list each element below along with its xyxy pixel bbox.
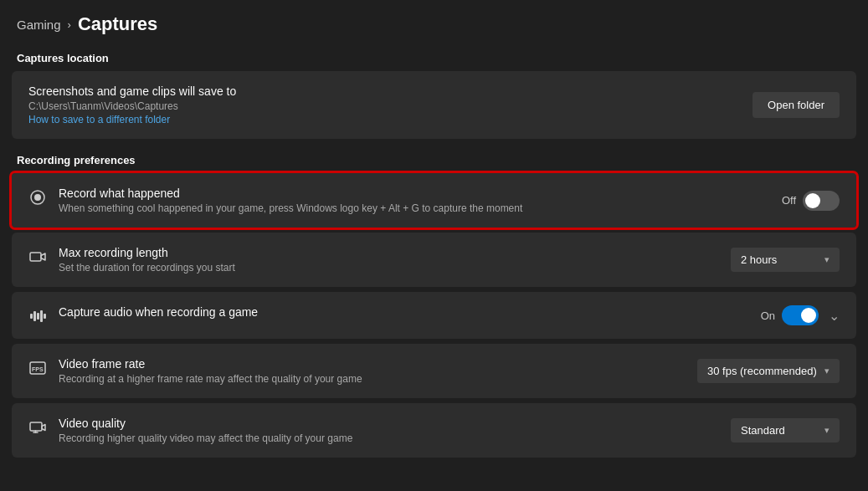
svg-rect-2 — [30, 253, 41, 261]
max-recording-length-dropdown-value: 2 hours — [741, 253, 777, 266]
capture-audio-info: Capture audio when recording a game — [28, 305, 258, 325]
video-frame-rate-control: 30 fps (recommended) ▾ — [697, 359, 840, 383]
record-what-happened-subtitle: When something cool happened in your gam… — [59, 202, 522, 214]
max-recording-length-card: Max recording length Set the duration fo… — [12, 233, 856, 287]
captures-location-text: Screenshots and game clips will save to … — [28, 84, 236, 125]
capture-audio-toggle-label: On — [761, 309, 775, 322]
max-recording-length-title: Max recording length — [59, 246, 235, 259]
video-quality-control: Standard ▾ — [731, 418, 840, 442]
captures-location-card: Screenshots and game clips will save to … — [12, 71, 856, 139]
svg-rect-6 — [40, 310, 43, 322]
fps-icon: FPS — [28, 359, 47, 377]
video-quality-title: Video quality — [59, 417, 352, 430]
record-what-happened-card: Record what happened When something cool… — [12, 173, 856, 228]
breadcrumb: Gaming › Captures — [0, 0, 868, 45]
max-recording-length-subtitle: Set the duration for recordings you star… — [59, 262, 235, 274]
captures-location-info: Screenshots and game clips will save to … — [28, 84, 236, 125]
capture-audio-card: Capture audio when recording a game On ⌄ — [12, 292, 856, 339]
video-frame-rate-dropdown-value: 30 fps (recommended) — [707, 365, 817, 377]
video-quality-dropdown-value: Standard — [741, 424, 785, 437]
svg-rect-10 — [30, 422, 42, 431]
max-recording-length-text: Max recording length Set the duration fo… — [59, 246, 235, 274]
video-quality-info: Video quality Recording higher quality v… — [28, 417, 352, 444]
record-what-happened-info: Record what happened When something cool… — [28, 187, 522, 214]
capture-audio-control: On ⌄ — [761, 305, 840, 325]
record-what-happened-toggle-knob — [805, 193, 820, 208]
max-recording-length-control: 2 hours ▾ — [731, 248, 840, 272]
svg-text:FPS: FPS — [32, 366, 44, 372]
record-what-happened-toggle-label: Off — [782, 194, 796, 207]
video-frame-rate-subtitle: Recording at a higher frame rate may aff… — [59, 373, 362, 385]
video-frame-rate-title: Video frame rate — [59, 357, 362, 371]
chevron-down-icon: ▾ — [824, 254, 829, 265]
record-what-happened-toggle[interactable] — [803, 191, 840, 211]
record-what-happened-text: Record what happened When something cool… — [59, 187, 522, 214]
video-frame-rate-info: FPS Video frame rate Recording at a high… — [28, 357, 362, 385]
svg-point-1 — [34, 194, 41, 201]
video-quality-dropdown[interactable]: Standard ▾ — [731, 418, 840, 442]
record-what-happened-control: Off — [782, 191, 840, 211]
video-camera-icon — [28, 248, 47, 266]
max-recording-length-info: Max recording length Set the duration fo… — [28, 246, 235, 274]
svg-rect-3 — [30, 314, 33, 319]
chevron-down-icon: ▾ — [824, 366, 829, 376]
captures-location-description: Screenshots and game clips will save to — [28, 84, 236, 98]
capture-audio-title: Capture audio when recording a game — [59, 305, 258, 319]
record-icon — [28, 188, 47, 207]
svg-rect-7 — [44, 314, 46, 319]
capture-audio-toggle[interactable] — [782, 305, 819, 325]
video-quality-card: Video quality Recording higher quality v… — [12, 403, 856, 458]
video-frame-rate-card: FPS Video frame rate Recording at a high… — [12, 344, 856, 398]
capture-audio-toggle-knob — [801, 308, 816, 323]
video-quality-subtitle: Recording higher quality video may affec… — [59, 432, 352, 444]
svg-rect-4 — [33, 311, 36, 321]
captures-location-link[interactable]: How to save to a different folder — [28, 114, 236, 125]
page-title: Captures — [78, 13, 157, 35]
breadcrumb-separator: › — [68, 18, 71, 31]
video-quality-text: Video quality Recording higher quality v… — [59, 417, 352, 444]
capture-audio-text: Capture audio when recording a game — [59, 305, 258, 319]
svg-rect-5 — [37, 313, 39, 320]
chevron-down-icon: ▾ — [824, 425, 829, 436]
record-what-happened-title: Record what happened — [59, 187, 522, 200]
video-frame-rate-text: Video frame rate Recording at a higher f… — [59, 357, 362, 385]
video-frame-rate-dropdown[interactable]: 30 fps (recommended) ▾ — [697, 359, 840, 383]
max-recording-length-dropdown[interactable]: 2 hours ▾ — [731, 248, 840, 272]
breadcrumb-gaming[interactable]: Gaming — [17, 18, 61, 32]
captures-location-path: C:\Users\Tuanm\Videos\Captures — [28, 100, 236, 112]
video-quality-icon — [28, 418, 47, 437]
audio-icon — [28, 307, 47, 325]
recording-preferences-title: Recording preferences — [0, 147, 868, 173]
capture-audio-expand-icon[interactable]: ⌄ — [829, 308, 840, 324]
captures-location-title: Captures location — [0, 45, 868, 71]
open-folder-button[interactable]: Open folder — [752, 92, 840, 118]
